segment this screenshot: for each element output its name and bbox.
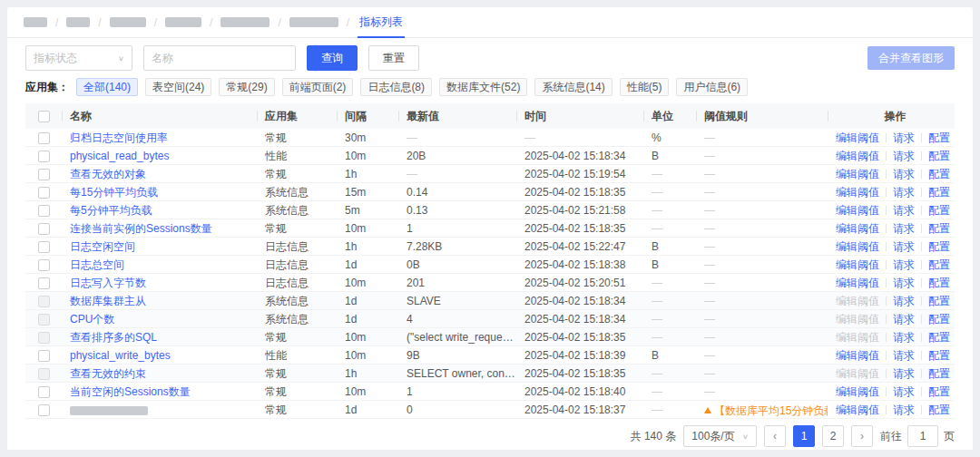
cell-name: 数据库集群主从 (62, 292, 257, 310)
action-edit-threshold[interactable]: 编辑阈值 (836, 201, 879, 219)
action-config[interactable]: 配置 (928, 346, 950, 365)
redacted-nav-item[interactable] (24, 17, 47, 27)
pagination-page-2[interactable]: 2 (822, 425, 844, 447)
action-request[interactable]: 请求 (893, 256, 915, 274)
action-edit-threshold[interactable]: 编辑阈值 (836, 346, 879, 365)
pagination-prev-button[interactable]: ‹ (764, 425, 786, 447)
action-config[interactable]: 配置 (928, 274, 950, 292)
metric-name-link[interactable]: CPU个数 (70, 313, 114, 326)
action-request[interactable]: 请求 (893, 310, 915, 328)
redacted-nav-item[interactable] (220, 17, 270, 27)
row-checkbox[interactable] (38, 151, 50, 162)
metric-name-link[interactable]: 日志总空间 (70, 258, 124, 271)
action-request[interactable]: 请求 (893, 183, 915, 201)
redacted-nav-item[interactable] (165, 17, 201, 27)
metric-name-link[interactable]: 连接当前实例的Sessions数量 (70, 222, 212, 235)
action-edit-threshold[interactable]: 编辑阈值 (836, 147, 879, 165)
row-checkbox[interactable] (38, 169, 50, 180)
pagination-page-1[interactable]: 1 (793, 425, 815, 447)
query-button[interactable]: 查询 (307, 45, 358, 71)
redacted-nav-item[interactable] (289, 17, 338, 27)
action-config[interactable]: 配置 (928, 129, 950, 147)
action-config[interactable]: 配置 (928, 219, 950, 238)
action-edit-threshold[interactable]: 编辑阈值 (836, 183, 879, 201)
action-edit-threshold[interactable]: 编辑阈值 (836, 256, 879, 274)
action-edit-threshold[interactable]: 编辑阈值 (836, 129, 879, 147)
pagination-next-button[interactable]: › (851, 425, 873, 447)
tab-metric-list[interactable]: 指标列表 (358, 7, 405, 38)
row-checkbox[interactable] (38, 223, 50, 235)
goto-page-input[interactable] (907, 425, 938, 447)
appset-tag[interactable]: 表空间(24) (145, 78, 211, 96)
action-config[interactable]: 配置 (928, 365, 950, 383)
action-edit-threshold[interactable]: 编辑阈值 (836, 274, 879, 292)
metric-name-link[interactable]: 查看排序多的SQL (70, 331, 157, 344)
action-config[interactable]: 配置 (928, 147, 950, 165)
name-filter-input[interactable] (143, 45, 296, 71)
action-edit-threshold[interactable]: 编辑阈值 (836, 238, 879, 256)
metric-name-link[interactable]: 每15分钟平均负载 (70, 186, 158, 199)
metric-name-link[interactable]: 每5分钟平均负载 (70, 204, 152, 217)
merge-view-graph-button[interactable]: 合并查看图形 (867, 46, 955, 70)
row-checkbox[interactable] (38, 241, 50, 253)
row-checkbox[interactable] (38, 205, 50, 217)
action-request[interactable]: 请求 (893, 328, 915, 346)
action-request[interactable]: 请求 (893, 129, 915, 147)
metric-name-link[interactable]: physical_read_bytes (70, 150, 169, 162)
page-size-select[interactable]: 100条/页 ∨ (683, 425, 757, 447)
action-config[interactable]: 配置 (928, 383, 950, 401)
action-edit-threshold[interactable]: 编辑阈值 (836, 383, 879, 401)
action-edit-threshold[interactable]: 编辑阈值 (836, 165, 879, 183)
action-config[interactable]: 配置 (928, 183, 950, 201)
action-request[interactable]: 请求 (893, 219, 915, 238)
redacted-nav-item[interactable] (66, 17, 90, 27)
appset-tag[interactable]: 用户信息(6) (676, 78, 748, 96)
action-request[interactable]: 请求 (893, 201, 915, 219)
metric-name-link[interactable]: 当前空闲的Sessions数量 (70, 385, 191, 398)
appset-tag[interactable]: 系统信息(14) (534, 78, 612, 96)
action-config[interactable]: 配置 (928, 328, 950, 346)
appset-tag[interactable]: 前端页面(2) (282, 78, 354, 96)
action-config[interactable]: 配置 (928, 238, 950, 256)
action-edit-threshold[interactable]: 编辑阈值 (836, 401, 879, 419)
status-select[interactable]: 指标状态 ∨ (25, 45, 132, 71)
select-all-checkbox[interactable] (38, 111, 50, 122)
row-checkbox[interactable] (38, 187, 50, 199)
reset-button[interactable]: 重置 (368, 45, 419, 71)
row-checkbox[interactable] (38, 132, 50, 144)
row-checkbox[interactable] (38, 277, 50, 289)
appset-tag[interactable]: 日志信息(8) (360, 78, 432, 96)
action-config[interactable]: 配置 (928, 256, 950, 274)
row-checkbox[interactable] (38, 350, 50, 362)
action-config[interactable]: 配置 (928, 165, 950, 183)
appset-tag[interactable]: 性能(5) (620, 78, 670, 96)
metric-name-link[interactable]: 日志写入字节数 (70, 277, 146, 289)
action-request[interactable]: 请求 (893, 365, 915, 383)
action-config[interactable]: 配置 (928, 292, 950, 310)
action-config[interactable]: 配置 (928, 310, 950, 328)
action-request[interactable]: 请求 (893, 401, 915, 419)
row-checkbox[interactable] (38, 386, 50, 398)
action-config[interactable]: 配置 (928, 401, 950, 419)
metric-name-link[interactable]: 日志空闲空间 (70, 240, 135, 253)
metric-name-link[interactable]: 数据库集群主从 (70, 295, 146, 307)
row-checkbox[interactable] (38, 259, 50, 271)
metric-name-link[interactable]: 查看无效的对象 (70, 168, 146, 180)
metric-name-link[interactable]: physical_write_bytes (70, 349, 171, 362)
action-request[interactable]: 请求 (893, 165, 915, 183)
action-request[interactable]: 请求 (893, 292, 915, 310)
metric-name-link[interactable]: 归档日志空间使用率 (70, 131, 168, 144)
action-request[interactable]: 请求 (893, 238, 915, 256)
action-config[interactable]: 配置 (928, 201, 950, 219)
action-request[interactable]: 请求 (893, 274, 915, 292)
row-checkbox[interactable] (38, 404, 50, 416)
action-request[interactable]: 请求 (893, 383, 915, 401)
action-edit-threshold[interactable]: 编辑阈值 (836, 219, 879, 238)
appset-tag[interactable]: 常规(29) (219, 78, 274, 96)
redacted-nav-item[interactable] (110, 17, 146, 27)
action-request[interactable]: 请求 (893, 147, 915, 165)
appset-tag[interactable]: 数据库文件(52) (439, 78, 527, 96)
metric-name-link[interactable]: 查看无效的约束 (70, 367, 146, 380)
appset-tag[interactable]: 全部(140) (76, 78, 138, 96)
action-request[interactable]: 请求 (893, 346, 915, 365)
